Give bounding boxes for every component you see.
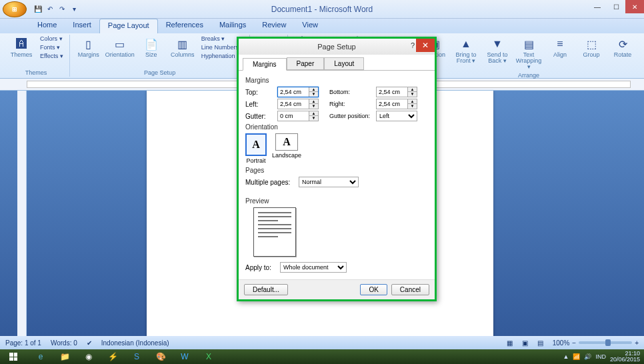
theme-effects[interactable]: Effects ▾ bbox=[38, 52, 65, 60]
task-explorer-icon[interactable]: 📁 bbox=[53, 350, 76, 363]
bottom-input[interactable] bbox=[377, 89, 407, 95]
cancel-button[interactable]: Cancel bbox=[391, 284, 429, 295]
tab-mailings[interactable]: Mailings bbox=[211, 19, 254, 33]
task-paint-icon[interactable]: 🎨 bbox=[149, 350, 172, 363]
gutter-pos-select[interactable]: Left bbox=[376, 111, 417, 121]
orientation-icon: ▭ bbox=[112, 36, 128, 52]
tab-review[interactable]: Review bbox=[254, 19, 294, 33]
task-word-icon[interactable]: W bbox=[173, 350, 196, 363]
office-button[interactable]: ⊞ bbox=[3, 1, 27, 17]
close-button[interactable]: ✕ bbox=[625, 0, 644, 13]
view-full-screen-icon[interactable]: ▣ bbox=[522, 339, 528, 347]
view-web-icon[interactable]: ▤ bbox=[537, 339, 543, 347]
task-skype-icon[interactable]: S bbox=[125, 350, 148, 363]
tab-insert[interactable]: Insert bbox=[65, 19, 99, 33]
task-aim-icon[interactable]: ⚡ bbox=[101, 350, 124, 363]
gutter-spinner[interactable]: ▲▼ bbox=[277, 111, 319, 121]
group-themes: 🅰 Themes Colors ▾ Fonts ▾ Effects ▾ Them… bbox=[3, 35, 70, 77]
bring-front-button[interactable]: ▲Bring to Front ▾ bbox=[451, 35, 481, 65]
vertical-ruler[interactable] bbox=[17, 91, 27, 336]
tab-view[interactable]: View bbox=[294, 19, 326, 33]
view-print-layout-icon[interactable]: ▦ bbox=[507, 339, 513, 347]
tab-page-layout[interactable]: Page Layout bbox=[99, 19, 158, 33]
left-spinner[interactable]: ▲▼ bbox=[277, 99, 319, 109]
tab-references[interactable]: References bbox=[158, 19, 211, 33]
redo-icon[interactable]: ↷ bbox=[57, 5, 67, 14]
multiple-pages-select[interactable]: Normal bbox=[299, 177, 359, 187]
group-button[interactable]: ⬚Group bbox=[577, 35, 606, 59]
default-button[interactable]: Default... bbox=[244, 284, 288, 295]
dialog-titlebar[interactable]: Page Setup ? ✕ bbox=[239, 39, 435, 55]
theme-colors[interactable]: Colors ▾ bbox=[38, 35, 65, 43]
zoom-in-icon[interactable]: + bbox=[635, 339, 639, 347]
tray-ime[interactable]: IND bbox=[595, 353, 606, 360]
preview-thumbnail bbox=[253, 207, 296, 257]
group-arrange: ▣Position ▲Bring to Front ▾ ▼Send to Bac… bbox=[416, 35, 641, 77]
dialog-close-icon[interactable]: ✕ bbox=[416, 39, 435, 52]
zoom-slider[interactable] bbox=[579, 341, 632, 344]
apply-to-select[interactable]: Whole document bbox=[280, 262, 347, 273]
orientation-landscape[interactable]: A Landscape bbox=[272, 133, 301, 164]
status-language[interactable]: Indonesian (Indonesia) bbox=[101, 339, 169, 347]
orientation-portrait[interactable]: A Portrait bbox=[245, 133, 267, 164]
left-input[interactable] bbox=[278, 101, 309, 107]
theme-fonts[interactable]: Fonts ▾ bbox=[38, 43, 65, 51]
gutter-label: Gutter: bbox=[245, 113, 277, 120]
right-input[interactable] bbox=[377, 101, 407, 107]
rotate-icon: ⟳ bbox=[615, 36, 631, 52]
tab-paper[interactable]: Paper bbox=[287, 57, 325, 70]
size-button[interactable]: 📄Size bbox=[137, 35, 166, 59]
start-button[interactable] bbox=[0, 349, 27, 364]
quick-access-toolbar: 💾 ↶ ↷ ▾ bbox=[29, 5, 83, 14]
minimize-button[interactable]: — bbox=[588, 0, 607, 13]
group-page-setup: ▯Margins ▭Orientation 📄Size ▥Columns Bre… bbox=[70, 35, 251, 77]
tab-home[interactable]: Home bbox=[29, 19, 65, 33]
size-icon: 📄 bbox=[143, 36, 159, 52]
tab-margins[interactable]: Margins bbox=[243, 58, 287, 71]
dialog-help-icon[interactable]: ? bbox=[411, 41, 415, 49]
ok-button[interactable]: OK bbox=[360, 284, 387, 295]
align-button[interactable]: ≡Align bbox=[545, 35, 575, 59]
tray-up-icon[interactable]: ▲ bbox=[563, 353, 569, 360]
columns-button[interactable]: ▥Columns bbox=[168, 35, 197, 59]
text-wrapping-button[interactable]: ▤Text Wrapping ▾ bbox=[514, 35, 543, 71]
margins-button[interactable]: ▯Margins bbox=[74, 35, 103, 59]
save-icon[interactable]: 💾 bbox=[33, 5, 43, 14]
send-back-button[interactable]: ▼Send to Back ▾ bbox=[483, 35, 512, 65]
tray-clock[interactable]: 21:10 20/06/2015 bbox=[610, 351, 640, 363]
gutter-input[interactable] bbox=[278, 113, 309, 119]
status-words[interactable]: Words: 0 bbox=[51, 339, 77, 347]
qat-dropdown-icon[interactable]: ▾ bbox=[69, 5, 79, 14]
zoom-value[interactable]: 100% bbox=[553, 339, 570, 347]
top-label: Top: bbox=[245, 89, 277, 96]
tray-network-icon[interactable]: 📶 bbox=[573, 353, 580, 360]
top-input[interactable] bbox=[278, 89, 309, 95]
spin-up-icon[interactable]: ▲ bbox=[309, 87, 318, 92]
tray-volume-icon[interactable]: 🔊 bbox=[584, 353, 591, 360]
zoom-out-icon[interactable]: − bbox=[572, 339, 576, 347]
columns-icon: ▥ bbox=[175, 36, 191, 52]
top-spinner[interactable]: ▲▼ bbox=[277, 87, 319, 97]
task-excel-icon[interactable]: X bbox=[197, 350, 220, 363]
ribbon-tabs: Home Insert Page Layout References Maili… bbox=[0, 19, 644, 33]
portrait-icon: A bbox=[245, 133, 267, 156]
themes-icon: 🅰 bbox=[13, 36, 29, 52]
orientation-section-label: Orientation bbox=[245, 123, 428, 131]
status-proofing-icon[interactable]: ✔ bbox=[87, 339, 92, 347]
margins-icon: ▯ bbox=[81, 36, 97, 52]
task-chrome-icon[interactable]: ◉ bbox=[77, 350, 100, 363]
spin-down-icon[interactable]: ▼ bbox=[309, 92, 318, 97]
maximize-button[interactable]: ☐ bbox=[607, 0, 625, 13]
status-page[interactable]: Page: 1 of 1 bbox=[5, 339, 41, 347]
bring-front-icon: ▲ bbox=[458, 36, 474, 52]
task-ie-icon[interactable]: e bbox=[29, 350, 52, 363]
rotate-button[interactable]: ⟳Rotate bbox=[608, 35, 637, 59]
bottom-spinner[interactable]: ▲▼ bbox=[376, 87, 417, 97]
apply-to-label: Apply to: bbox=[245, 264, 280, 271]
undo-icon[interactable]: ↶ bbox=[45, 5, 55, 14]
orientation-button[interactable]: ▭Orientation bbox=[105, 35, 135, 59]
tab-layout[interactable]: Layout bbox=[324, 57, 364, 70]
themes-button[interactable]: 🅰 Themes bbox=[7, 35, 36, 59]
wrap-icon: ▤ bbox=[521, 36, 537, 52]
right-spinner[interactable]: ▲▼ bbox=[376, 99, 417, 109]
